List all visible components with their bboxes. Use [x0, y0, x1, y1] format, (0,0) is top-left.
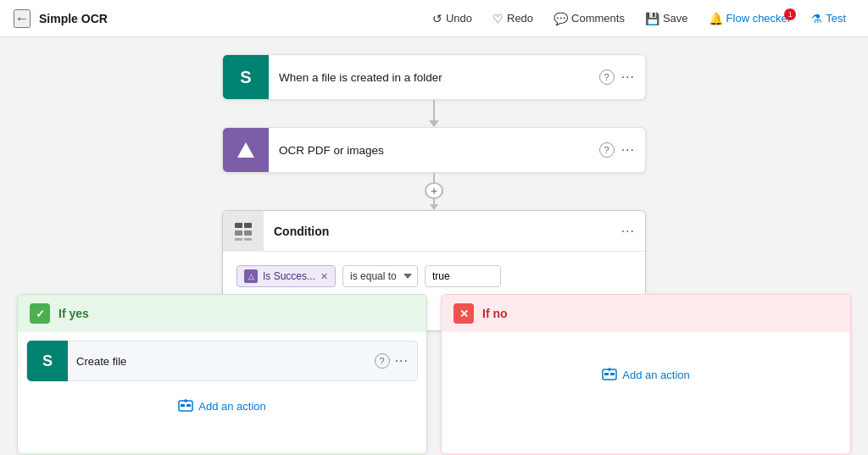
- svg-rect-5: [244, 238, 252, 241]
- create-file-icon-box: S: [27, 341, 68, 381]
- branch-yes-label: If yes: [58, 307, 89, 320]
- arrow-1: [429, 100, 439, 127]
- trigger-icon: S: [240, 68, 251, 87]
- plus-line-top: [433, 173, 435, 182]
- flow-checker-icon: 🔔: [709, 12, 723, 25]
- comments-icon: 💬: [554, 12, 568, 25]
- yes-add-action-icon: [178, 398, 193, 413]
- branch-no-icon: ✕: [453, 303, 474, 324]
- topbar-left: ← Simple OCR: [14, 9, 424, 28]
- test-icon: ⚗: [811, 12, 822, 25]
- ocr-triangle-icon: [237, 142, 254, 158]
- page-title: Simple OCR: [39, 12, 108, 25]
- trigger-icon-box: S: [223, 54, 269, 100]
- ocr-more-button[interactable]: ···: [621, 143, 635, 157]
- trigger-step: S When a file is created in a folder ? ·…: [222, 54, 646, 100]
- test-label: Test: [826, 12, 846, 25]
- undo-icon: ↺: [432, 12, 442, 25]
- save-label: Save: [663, 12, 688, 25]
- condition-more-button[interactable]: ···: [621, 225, 635, 238]
- arrow-head-1: [429, 120, 439, 127]
- ocr-actions: ? ···: [599, 142, 645, 158]
- flow-checker-button[interactable]: 🔔 1 Flow checker: [700, 7, 800, 31]
- condition-operator-select[interactable]: is equal to: [342, 265, 418, 287]
- yes-add-action-button[interactable]: Add an action: [173, 393, 271, 419]
- create-file-label: Create file: [68, 355, 375, 368]
- ocr-label: OCR PDF or images: [269, 144, 599, 157]
- flow-checker-badge: 1: [784, 8, 796, 20]
- undo-button[interactable]: ↺ Undo: [424, 7, 481, 31]
- plus-arrow-head: [430, 204, 438, 210]
- svg-rect-2: [235, 230, 242, 236]
- ocr-icon-box: [223, 127, 269, 173]
- redo-label: Redo: [507, 12, 533, 25]
- token-label: Is Succes...: [263, 270, 315, 282]
- no-add-action-button[interactable]: Add an action: [597, 362, 695, 387]
- branch-yes-icon: ✓: [30, 303, 50, 324]
- condition-value-input[interactable]: [425, 265, 501, 287]
- plus-circle[interactable]: +: [425, 182, 443, 199]
- condition-token: △ Is Succes... ✕: [236, 265, 336, 287]
- create-file-more-button[interactable]: ···: [395, 354, 409, 368]
- trigger-help-icon[interactable]: ?: [599, 69, 615, 85]
- test-button[interactable]: ⚗ Test: [803, 7, 854, 31]
- no-add-action-center: Add an action: [450, 341, 842, 408]
- flow-wrapper: S When a file is created in a folder ? ·…: [0, 54, 868, 331]
- svg-rect-9: [181, 404, 185, 407]
- topbar-actions: ↺ Undo ♡ Redo 💬 Comments 💾 Save 🔔 1 Flow…: [424, 7, 854, 31]
- svg-rect-4: [235, 238, 242, 241]
- comments-label: Comments: [571, 12, 625, 25]
- token-close-button[interactable]: ✕: [320, 271, 328, 282]
- condition-title: Condition: [264, 225, 621, 238]
- branch-yes-body: S Create file ? ···: [18, 332, 426, 452]
- svg-rect-1: [244, 223, 252, 228]
- topbar: ← Simple OCR ↺ Undo ♡ Redo 💬 Comments 💾 …: [0, 0, 868, 37]
- redo-icon: ♡: [492, 12, 504, 25]
- condition-icon-box: [223, 211, 264, 252]
- condition-row: △ Is Succes... ✕ is equal to: [236, 265, 632, 287]
- comments-button[interactable]: 💬 Comments: [545, 7, 633, 31]
- svg-rect-15: [610, 373, 615, 375]
- branch-no: ✕ If no Add an action: [441, 294, 851, 455]
- redo-button[interactable]: ♡ Redo: [484, 7, 542, 31]
- token-icon: △: [244, 269, 258, 283]
- save-icon: 💾: [645, 12, 659, 25]
- create-file-help-icon[interactable]: ?: [375, 353, 390, 369]
- branches: ✓ If yes S Create file ? ···: [0, 294, 868, 455]
- branch-no-body: Add an action: [442, 332, 850, 452]
- undo-label: Undo: [446, 12, 472, 25]
- ocr-help-icon[interactable]: ?: [599, 142, 615, 158]
- save-button[interactable]: 💾 Save: [637, 7, 697, 31]
- branch-yes-header: ✓ If yes: [18, 295, 426, 332]
- trigger-actions: ? ···: [599, 69, 645, 85]
- create-file-actions: ? ···: [375, 353, 417, 369]
- create-file-icon: S: [42, 352, 53, 370]
- branch-no-label: If no: [482, 307, 508, 320]
- branch-no-header: ✕ If no: [442, 295, 850, 332]
- svg-rect-10: [186, 404, 191, 407]
- ocr-step: OCR PDF or images ? ···: [222, 127, 646, 173]
- arrow-line-1: [433, 100, 435, 120]
- create-file-card: S Create file ? ···: [26, 341, 418, 381]
- no-add-action-label: Add an action: [622, 369, 690, 381]
- no-add-action-icon: [602, 367, 617, 382]
- branch-yes: ✓ If yes S Create file ? ···: [17, 294, 427, 455]
- svg-rect-3: [244, 230, 252, 236]
- condition-icon: [233, 221, 253, 241]
- trigger-label: When a file is created in a folder: [269, 71, 599, 84]
- flow-checker-label: Flow checker: [726, 12, 792, 25]
- svg-rect-0: [235, 223, 242, 228]
- svg-rect-14: [604, 373, 609, 375]
- plus-connector: +: [425, 173, 443, 210]
- yes-add-action-label: Add an action: [198, 400, 266, 413]
- condition-header: Condition ···: [223, 211, 645, 252]
- back-button[interactable]: ←: [14, 9, 31, 28]
- canvas: S When a file is created in a folder ? ·…: [0, 37, 868, 455]
- trigger-more-button[interactable]: ···: [621, 70, 635, 84]
